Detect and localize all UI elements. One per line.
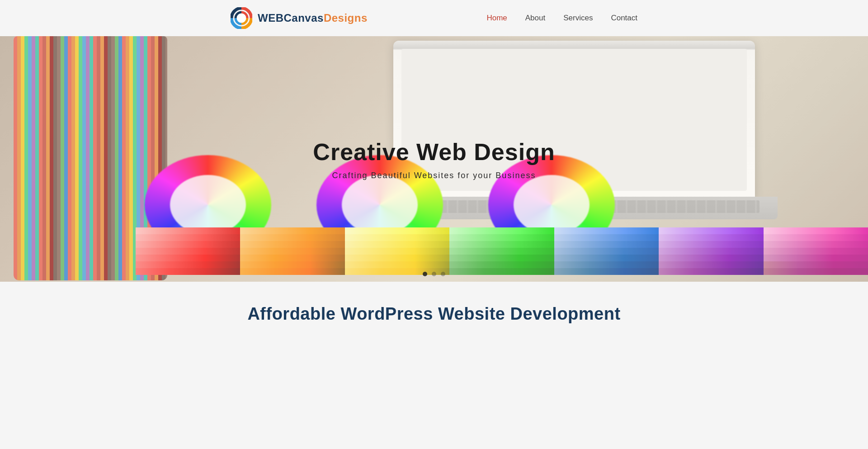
hero-section: Creative Web Design Crafting Beautiful W… bbox=[0, 36, 868, 282]
logo-designs: Designs bbox=[324, 12, 368, 24]
nav-contact[interactable]: Contact bbox=[611, 14, 637, 23]
logo[interactable]: WEBCanvasDesigns bbox=[231, 7, 368, 29]
hero-content: Creative Web Design Crafting Beautiful W… bbox=[313, 138, 555, 180]
nav: Home About Services Contact bbox=[486, 14, 637, 23]
logo-canvas: Canvas bbox=[284, 12, 324, 24]
below-hero-section: Affordable WordPress Website Development bbox=[0, 282, 868, 333]
slider-dots bbox=[423, 272, 445, 276]
slider-dot-2[interactable] bbox=[432, 272, 436, 276]
nav-about[interactable]: About bbox=[525, 14, 545, 23]
slider-dot-3[interactable] bbox=[441, 272, 445, 276]
nav-services[interactable]: Services bbox=[563, 14, 593, 23]
hero-title: Creative Web Design bbox=[313, 138, 555, 165]
hero-subtitle: Crafting Beautiful Websites for your Bus… bbox=[313, 170, 555, 180]
nav-home[interactable]: Home bbox=[486, 14, 507, 23]
slider-dot-1[interactable] bbox=[423, 272, 427, 276]
logo-web: WEB bbox=[258, 12, 284, 24]
svg-point-2 bbox=[239, 15, 244, 21]
header: WEBCanvasDesigns Home About Services Con… bbox=[0, 0, 868, 36]
section-title: Affordable WordPress Website Development bbox=[0, 304, 868, 324]
logo-icon bbox=[231, 7, 252, 29]
color-swatches-decoration bbox=[136, 227, 868, 282]
